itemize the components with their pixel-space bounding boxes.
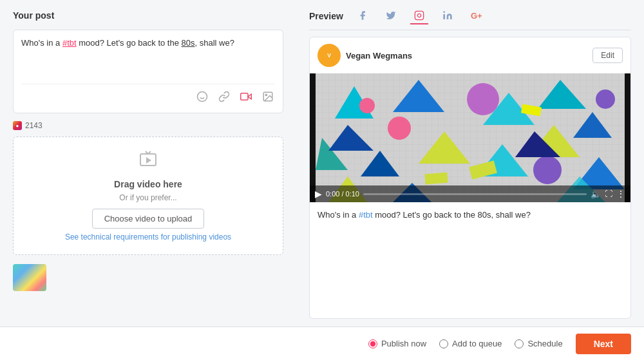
publish-options: Publish now Add to queue Schedule bbox=[368, 339, 563, 348]
schedule-label: Schedule bbox=[527, 339, 562, 348]
svg-rect-37 bbox=[424, 172, 448, 184]
emoji-button[interactable] bbox=[195, 90, 209, 106]
volume-button[interactable]: 🔈 bbox=[591, 189, 601, 199]
preview-caption: Who's in a #tbt mood? Let's go back to t… bbox=[310, 202, 630, 228]
choose-video-button[interactable]: Choose video to upload bbox=[92, 209, 205, 229]
upload-icon bbox=[138, 150, 158, 173]
svg-point-32 bbox=[533, 156, 562, 184]
svg-text:V: V bbox=[327, 52, 331, 59]
svg-rect-9 bbox=[415, 11, 423, 19]
drag-video-text: Drag video here bbox=[114, 179, 182, 189]
tab-linkedin[interactable] bbox=[439, 8, 457, 24]
svg-point-0 bbox=[198, 92, 207, 102]
char-count-value: 2143 bbox=[25, 121, 43, 130]
bottom-bar: Publish now Add to queue Schedule Next bbox=[0, 327, 644, 360]
preview-card: V Vegan Wegmans Edit bbox=[309, 37, 631, 319]
svg-marker-3 bbox=[248, 94, 251, 99]
next-button[interactable]: Next bbox=[576, 334, 631, 354]
svg-point-34 bbox=[596, 90, 615, 109]
fullscreen-button[interactable]: ⛶ bbox=[605, 189, 612, 198]
tab-facebook[interactable] bbox=[354, 8, 372, 24]
add-to-queue-radio[interactable] bbox=[439, 339, 448, 348]
char-count-row: ● 2143 bbox=[13, 121, 283, 130]
progress-bar[interactable] bbox=[363, 193, 587, 195]
link-80s: 80s bbox=[182, 38, 195, 48]
avatar: V bbox=[317, 44, 341, 67]
svg-marker-8 bbox=[146, 157, 151, 164]
preview-header: Preview bbox=[309, 8, 631, 30]
schedule-option[interactable]: Schedule bbox=[515, 339, 562, 348]
link-button[interactable] bbox=[217, 90, 231, 106]
tab-googleplus[interactable]: G+ bbox=[467, 8, 486, 24]
caption-hashtag: #tbt bbox=[359, 210, 373, 220]
video-player: ▶ 0:00 / 0:10 🔈 ⛶ ⋮ bbox=[310, 73, 630, 202]
time-display: 0:00 / 0:10 bbox=[326, 190, 359, 198]
right-panel: Preview bbox=[296, 0, 644, 327]
svg-point-33 bbox=[359, 98, 375, 113]
edit-button[interactable]: Edit bbox=[592, 48, 623, 63]
video-thumbnail bbox=[13, 264, 46, 291]
add-to-queue-label: Add to queue bbox=[452, 339, 502, 348]
svg-point-30 bbox=[467, 83, 499, 115]
video-thumbnail-bg bbox=[310, 73, 630, 202]
tech-req-link[interactable]: See technical requirements for publishin… bbox=[65, 232, 231, 242]
more-options-button[interactable]: ⋮ bbox=[616, 189, 625, 199]
svg-point-31 bbox=[388, 117, 411, 140]
or-prefer-text: Or if you prefer... bbox=[119, 193, 176, 202]
editor-toolbar bbox=[21, 84, 275, 106]
add-to-queue-option[interactable]: Add to queue bbox=[439, 339, 502, 348]
publish-now-label: Publish now bbox=[381, 339, 426, 348]
video-button[interactable] bbox=[239, 90, 253, 106]
thumb-img bbox=[13, 264, 46, 291]
tab-twitter[interactable] bbox=[382, 8, 400, 24]
post-editor: Who's in a #tbt mood? Let's go back to t… bbox=[13, 30, 283, 113]
video-upload-area[interactable]: Drag video here Or if you prefer... Choo… bbox=[13, 137, 283, 255]
publish-now-option[interactable]: Publish now bbox=[368, 339, 426, 348]
image-button[interactable] bbox=[261, 90, 275, 106]
publish-now-radio[interactable] bbox=[368, 339, 377, 348]
play-button[interactable]: ▶ bbox=[315, 189, 322, 199]
preview-card-header: V Vegan Wegmans Edit bbox=[310, 37, 630, 73]
post-text-area[interactable]: Who's in a #tbt mood? Let's go back to t… bbox=[21, 37, 275, 79]
account-name: Vegan Wegmans bbox=[346, 51, 412, 61]
hashtag-tbt: #tbt bbox=[62, 38, 77, 48]
left-panel-title: Your post bbox=[13, 10, 283, 21]
left-panel: Your post Who's in a #tbt mood? Let's go… bbox=[0, 0, 296, 327]
preview-title: Preview bbox=[309, 11, 343, 21]
video-controls: ▶ 0:00 / 0:10 🔈 ⛶ ⋮ bbox=[310, 185, 630, 202]
schedule-radio[interactable] bbox=[515, 339, 524, 348]
svg-rect-4 bbox=[241, 93, 248, 100]
social-tabs: G+ bbox=[354, 8, 486, 24]
svg-rect-11 bbox=[443, 14, 445, 19]
googleplus-label: G+ bbox=[471, 11, 482, 21]
instagram-small-icon: ● bbox=[13, 121, 22, 130]
account-info: V Vegan Wegmans bbox=[317, 44, 412, 67]
svg-point-6 bbox=[265, 94, 267, 95]
svg-point-12 bbox=[443, 11, 445, 13]
tab-instagram[interactable] bbox=[410, 8, 428, 24]
